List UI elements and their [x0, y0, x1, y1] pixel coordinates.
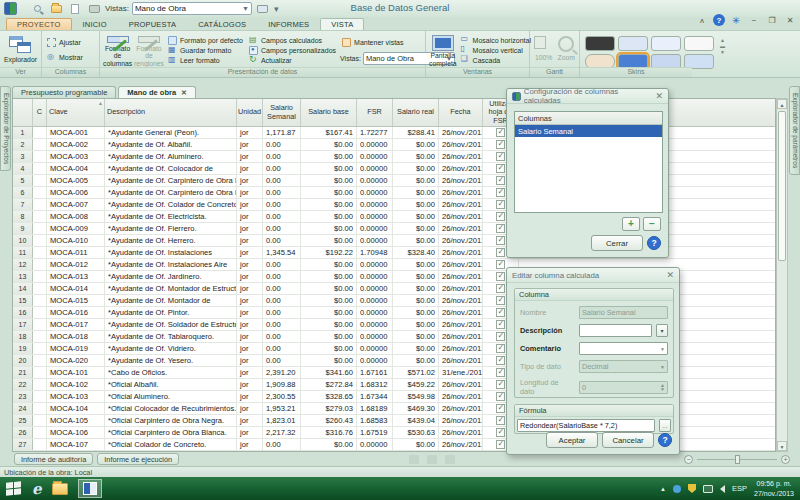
- cell-unidad[interactable]: jor: [237, 199, 263, 210]
- cell-unidad[interactable]: jor: [237, 127, 263, 138]
- cell-salario-semanal[interactable]: 1,909.88: [263, 379, 301, 390]
- cell-fecha[interactable]: 26/nov./2013: [439, 307, 483, 318]
- tool-icon-1[interactable]: [409, 455, 419, 464]
- cell-salario-base[interactable]: $0.00: [301, 307, 357, 318]
- fsr-checkbox[interactable]: [496, 224, 505, 233]
- cell-fecha[interactable]: 31/ene./2012: [439, 367, 483, 378]
- new-document-icon[interactable]: [67, 2, 83, 16]
- cell-salario-base[interactable]: $0.00: [301, 163, 357, 174]
- cell-fsr[interactable]: 1.67344: [357, 391, 393, 402]
- cell-c[interactable]: [33, 307, 47, 318]
- cell-c[interactable]: [33, 139, 47, 150]
- cell-c[interactable]: [33, 175, 47, 186]
- cell-salario-base[interactable]: $0.00: [301, 355, 357, 366]
- cell-rownum[interactable]: 7: [13, 199, 33, 210]
- cell-fecha[interactable]: 26/nov./2013: [439, 175, 483, 186]
- cell-salario-base[interactable]: $192.22: [301, 247, 357, 258]
- ribbon-tab-propuesta[interactable]: PROPUESTA: [118, 18, 188, 30]
- cell-salario-semanal[interactable]: 0.00: [263, 175, 301, 186]
- fsr-checkbox[interactable]: [496, 176, 505, 185]
- cell-salario-semanal[interactable]: 0.00: [263, 343, 301, 354]
- cell-fecha[interactable]: 26/nov./2013: [439, 151, 483, 162]
- cell-clave[interactable]: MOCA-102: [47, 379, 105, 390]
- cell-clave[interactable]: MOCA-104: [47, 403, 105, 414]
- start-button[interactable]: [6, 481, 22, 497]
- dialog-help-button[interactable]: ?: [658, 433, 672, 447]
- cell-unidad[interactable]: jor: [237, 223, 263, 234]
- cell-salario-semanal[interactable]: 0.00: [263, 235, 301, 246]
- cell-salario-real[interactable]: $0.00: [393, 235, 439, 246]
- cell-salario-real[interactable]: $0.00: [393, 211, 439, 222]
- internet-explorer-icon[interactable]: e: [32, 482, 42, 496]
- fsr-checkbox[interactable]: [496, 212, 505, 221]
- cell-fsr[interactable]: 0.00000: [357, 163, 393, 174]
- cell-descripcion[interactable]: *Ayudante de Of. Pintor.: [105, 307, 237, 318]
- zoom-out-icon[interactable]: −: [684, 455, 693, 464]
- cell-fsr[interactable]: 0.00000: [357, 295, 393, 306]
- cell-salario-real[interactable]: $0.00: [393, 307, 439, 318]
- cell-descripcion[interactable]: *Ayudante de Of. Aluminero.: [105, 151, 237, 162]
- cell-clave[interactable]: MOCA-020: [47, 355, 105, 366]
- zoom-in-icon[interactable]: +: [781, 455, 790, 464]
- cell-descripcion[interactable]: *Ayudante de Of. Herrero.: [105, 235, 237, 246]
- cell-fsr[interactable]: 0.00000: [357, 139, 393, 150]
- cell-salario-real[interactable]: $328.40: [393, 247, 439, 258]
- cell-salario-semanal[interactable]: 1,823.01: [263, 415, 301, 426]
- scroll-up-icon[interactable]: ▲: [777, 99, 787, 109]
- cell-salario-base[interactable]: $0.00: [301, 151, 357, 162]
- cell-unidad[interactable]: jor: [237, 343, 263, 354]
- cell-clave[interactable]: MOCA-015: [47, 295, 105, 306]
- volume-icon[interactable]: [720, 485, 725, 493]
- explorador-parametros-tab[interactable]: Explorador de parámetros: [789, 86, 800, 175]
- clock[interactable]: 09:56 p. m. 27/nov./2013: [754, 479, 794, 497]
- cell-rownum[interactable]: 20: [13, 355, 33, 366]
- cell-fsr[interactable]: 0.00000: [357, 175, 393, 186]
- cell-fsr[interactable]: 1.68189: [357, 403, 393, 414]
- cell-c[interactable]: [33, 403, 47, 414]
- fsr-checkbox[interactable]: [496, 404, 505, 413]
- cell-c[interactable]: [33, 187, 47, 198]
- cell-salario-semanal[interactable]: 0.00: [263, 187, 301, 198]
- cell-c[interactable]: [33, 367, 47, 378]
- cell-fsr[interactable]: 0.00000: [357, 439, 393, 450]
- cell-salario-semanal[interactable]: 0.00: [263, 259, 301, 270]
- dialog-help-button[interactable]: ?: [647, 236, 661, 250]
- cell-fecha[interactable]: 26/nov./2013: [439, 139, 483, 150]
- cell-rownum[interactable]: 22: [13, 379, 33, 390]
- cell-descripcion[interactable]: *Oficial Colocador de Recubrimientos.: [105, 403, 237, 414]
- cell-salario-base[interactable]: $0.00: [301, 283, 357, 294]
- campos-personalizados-button[interactable]: Campos personalizados: [247, 45, 338, 55]
- header-fsr[interactable]: FSR: [357, 99, 393, 126]
- cerrar-button[interactable]: Cerrar: [591, 235, 643, 251]
- cell-rownum[interactable]: 24: [13, 403, 33, 414]
- cascada-button[interactable]: Cascada: [459, 55, 533, 65]
- cell-clave[interactable]: MOCA-006: [47, 187, 105, 198]
- bluetooth-icon[interactable]: [673, 485, 681, 493]
- tray-expand-icon[interactable]: ▲: [660, 486, 666, 492]
- cell-salario-semanal[interactable]: 1,171.87: [263, 127, 301, 138]
- cell-unidad[interactable]: jor: [237, 283, 263, 294]
- fsr-checkbox[interactable]: [496, 248, 505, 257]
- cell-fecha[interactable]: 26/nov./2013: [439, 319, 483, 330]
- cell-salario-semanal[interactable]: 0.00: [263, 331, 301, 342]
- tool-icon-3[interactable]: [445, 455, 455, 464]
- header-salario-base[interactable]: Salario base: [301, 99, 357, 126]
- cell-descripcion[interactable]: *Ayudante de Of. Electricista.: [105, 211, 237, 222]
- cell-rownum[interactable]: 5: [13, 175, 33, 186]
- cell-salario-semanal[interactable]: 0.00: [263, 199, 301, 210]
- cell-fsr[interactable]: 1.68312: [357, 379, 393, 390]
- cell-unidad[interactable]: jor: [237, 355, 263, 366]
- formula-input[interactable]: Redondear(SalarioBase * 7,2): [517, 419, 655, 432]
- fsr-checkbox[interactable]: [496, 440, 505, 449]
- cell-salario-semanal[interactable]: 0.00: [263, 319, 301, 330]
- cell-salario-semanal[interactable]: 0.00: [263, 283, 301, 294]
- header-unidad[interactable]: Unidad: [237, 99, 263, 126]
- security-shield-icon[interactable]: [688, 484, 696, 493]
- cell-descripcion[interactable]: *Oficial Carpintero de Obra Blanca.: [105, 427, 237, 438]
- skin-swatch-2[interactable]: [651, 36, 681, 51]
- cell-unidad[interactable]: jor: [237, 235, 263, 246]
- cell-salario-semanal[interactable]: 0.00: [263, 355, 301, 366]
- cell-rownum[interactable]: 2: [13, 139, 33, 150]
- cell-salario-real[interactable]: $0.00: [393, 259, 439, 270]
- cell-rownum[interactable]: 10: [13, 235, 33, 246]
